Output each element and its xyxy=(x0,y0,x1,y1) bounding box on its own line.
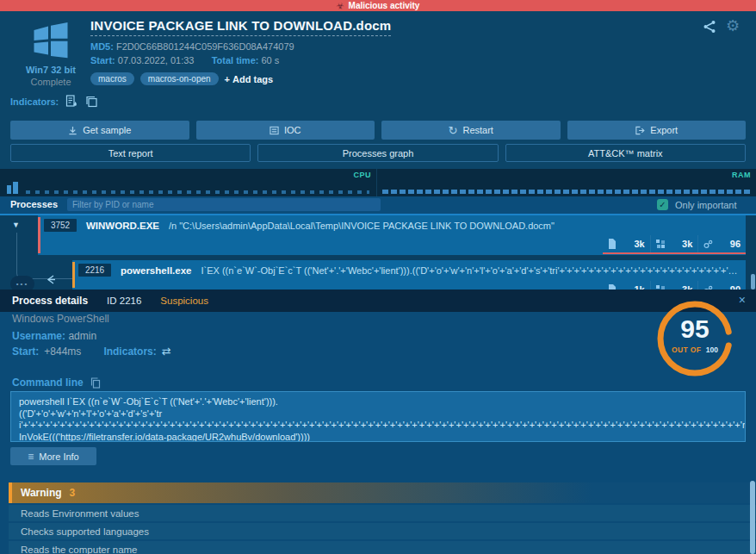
alert-label: Malicious activity xyxy=(349,1,420,10)
cpu-graph[interactable]: CPU xyxy=(0,169,377,196)
modules-icon xyxy=(656,240,666,249)
danger-underline xyxy=(603,252,746,254)
connections-icon xyxy=(703,240,713,249)
export-button[interactable]: Export xyxy=(567,121,747,140)
details-pid: ID 2216 xyxy=(107,296,141,306)
details-scrollbar[interactable] xyxy=(750,481,755,554)
warning-title: Warning xyxy=(21,487,62,499)
add-tags-button[interactable]: + Add tags xyxy=(225,74,274,84)
restart-icon: ↻ xyxy=(449,125,458,136)
process-counters[interactable]: 1k 3k 90 xyxy=(603,281,746,289)
details-start-value: +844ms xyxy=(44,345,81,358)
more-info-label: More Info xyxy=(39,451,78,462)
cpu-label: CPU xyxy=(353,171,371,179)
restart-button[interactable]: ↻ Restart xyxy=(381,121,561,140)
analysis-page: ☣ Malicious activity Win7 32 bit Complet… xyxy=(0,0,756,554)
alert-bar: ☣ Malicious activity xyxy=(0,0,756,11)
get-sample-label: Get sample xyxy=(83,125,131,135)
list-icon xyxy=(270,126,279,135)
command-line-box[interactable]: powershell I`EX ((n`e`W`-Obj`E`c`T (('Ne… xyxy=(10,391,746,442)
resource-monitor: CPU RAM xyxy=(0,169,756,196)
expand-arrow-icon[interactable]: ▼ xyxy=(12,221,20,229)
more-dots-button[interactable]: ••• xyxy=(10,276,34,289)
ram-label: RAM xyxy=(732,171,751,179)
username-value: admin xyxy=(68,330,96,342)
warning-item[interactable]: Checks supported languages xyxy=(9,523,756,539)
share-icon xyxy=(703,20,716,34)
attack-matrix-label: ATT&CK™ matrix xyxy=(588,148,663,159)
start-label: Start: xyxy=(90,55,115,65)
command-line-label: Command line xyxy=(12,377,84,389)
processes-graph-label: Processes graph xyxy=(343,148,414,159)
process-cmdline: /n "C:\Users\admin\AppData\Local\Temp\IN… xyxy=(169,221,741,231)
warning-header[interactable]: Warning 3 xyxy=(9,482,756,503)
warning-item-label: Checks supported languages xyxy=(21,526,149,537)
more-info-button[interactable]: ≡ More Info xyxy=(10,447,96,465)
processes-title: Processes xyxy=(10,199,58,209)
get-sample-button[interactable]: Get sample xyxy=(10,121,189,140)
threat-score: 95 OUT OF 100 xyxy=(656,300,734,377)
warning-item[interactable]: Reads Environment values xyxy=(9,505,756,521)
tag-macros[interactable]: macros xyxy=(90,72,134,85)
process-scrollbar[interactable] xyxy=(751,274,755,289)
process-filter-input[interactable] xyxy=(67,198,381,211)
cpu-sparkline xyxy=(26,190,369,194)
close-icon: × xyxy=(739,293,746,307)
process-name: powershell.exe xyxy=(121,265,191,276)
indicators-label: Indicators: xyxy=(10,96,59,107)
process-counters[interactable]: 3k 3k 96 xyxy=(603,235,746,252)
restart-label: Restart xyxy=(462,125,493,135)
process-row-winword[interactable]: 3752 WINWORD.EXE /n "C:\Users\admin\AppD… xyxy=(38,215,746,255)
settings-button[interactable]: ⚙ xyxy=(726,18,740,34)
copy-indicator-icon[interactable] xyxy=(85,96,98,108)
malicious-doc-indicator-icon[interactable] xyxy=(65,95,78,108)
add-tags-label: Add tags xyxy=(232,74,273,84)
process-row-powershell[interactable]: 2216 powershell.exe I`EX ((n`e`W`-Obj`E`… xyxy=(72,260,746,289)
os-block: Win7 32 bit Complete xyxy=(19,20,83,87)
score-out-of: OUT OF xyxy=(672,345,702,354)
warning-item-label: Reads Environment values xyxy=(21,508,139,519)
plus-icon: + xyxy=(225,74,230,84)
text-report-button[interactable]: Text report xyxy=(10,144,251,162)
events-count: 96 xyxy=(730,239,741,249)
only-important-label: Only important xyxy=(675,200,737,210)
only-important-checkbox[interactable]: ✓ xyxy=(657,199,668,210)
warning-item-label: Reads the computer name xyxy=(21,545,138,554)
details-title: Process details xyxy=(12,295,88,307)
file-block: INVOICE PACKAGE LINK TO DOWNLOAD.docm MD… xyxy=(90,18,391,85)
danger-bar xyxy=(38,217,40,253)
app-name: Windows PowerShell xyxy=(12,313,109,325)
files-count: 3k xyxy=(634,239,644,249)
tag-macros-on-open[interactable]: macros-on-open xyxy=(140,72,219,85)
warning-item[interactable]: Reads the computer name xyxy=(9,541,756,554)
share-button[interactable] xyxy=(703,20,716,34)
details-header: Process details ID 2216 Suspicious xyxy=(0,289,756,312)
md5-label: MD5: xyxy=(90,41,114,52)
processes-graph-button[interactable]: Processes graph xyxy=(257,144,498,162)
ioc-label: IOC xyxy=(284,125,301,135)
total-time-label: Total time: xyxy=(212,55,259,65)
dots-icon: ••• xyxy=(16,280,28,288)
score-value: 95 xyxy=(656,314,734,344)
warning-bar xyxy=(72,262,75,288)
windows-logo xyxy=(30,20,71,61)
close-button[interactable]: × xyxy=(739,293,746,307)
ioc-button[interactable]: IOC xyxy=(196,121,375,140)
warning-count: 3 xyxy=(70,487,76,499)
gear-icon: ⚙ xyxy=(726,17,740,34)
os-name: Win7 32 bit xyxy=(19,65,83,75)
copy-icon[interactable] xyxy=(90,377,101,389)
process-details-panel: Process details ID 2216 Suspicious × Win… xyxy=(0,289,756,554)
export-label: Export xyxy=(650,125,678,135)
ram-graph[interactable]: RAM xyxy=(377,169,756,196)
return-arrow-icon[interactable] xyxy=(45,274,58,285)
ram-sparkline xyxy=(382,190,751,194)
process-name: WINWORD.EXE xyxy=(86,221,159,231)
text-report-label: Text report xyxy=(108,148,153,159)
attack-matrix-button[interactable]: ATT&CK™ matrix xyxy=(505,144,746,162)
os-status: Complete xyxy=(19,77,83,87)
details-start-label: Start: xyxy=(12,345,39,358)
processes-toolbar: Processes ✓ Only important xyxy=(0,196,756,214)
pid-badge: 3752 xyxy=(44,219,77,232)
swap-arrows-icon[interactable]: ⇄ xyxy=(162,346,171,357)
